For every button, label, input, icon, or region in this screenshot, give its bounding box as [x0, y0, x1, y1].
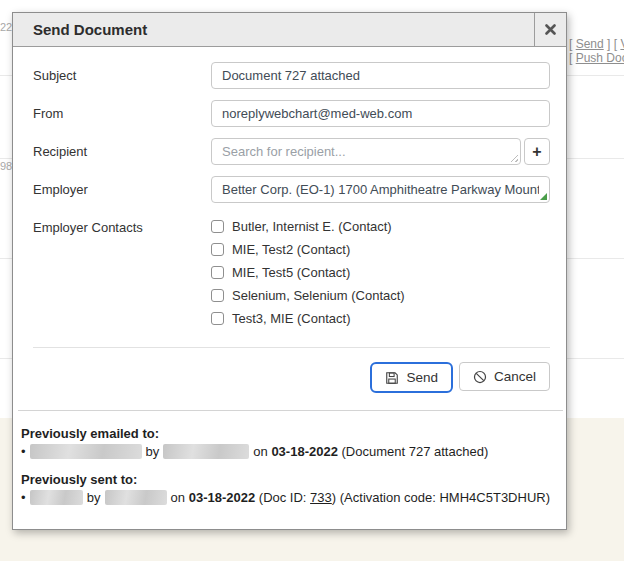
history-section: Previously emailed to: • by on 03-18-202…	[21, 426, 550, 505]
bg-links-line2: [ Push Doc	[569, 51, 624, 65]
doc-id-suffix: )	[332, 490, 336, 505]
contact-checkbox[interactable]	[211, 266, 224, 279]
send-button-label: Send	[406, 370, 438, 385]
recipient-search-input[interactable]	[211, 138, 521, 165]
doc-id-link[interactable]: 733	[310, 490, 332, 505]
actions-divider	[33, 347, 550, 348]
ban-icon	[473, 370, 487, 384]
dialog-body: Subject From Recipient + Employer	[13, 47, 566, 505]
bracket: [	[569, 37, 576, 51]
bg-number-fragment: 22	[0, 21, 12, 33]
recipient-row: Recipient +	[33, 138, 550, 165]
by-text: by	[146, 444, 160, 459]
contact-checkbox[interactable]	[211, 220, 224, 233]
employer-label: Employer	[33, 176, 211, 203]
contact-row[interactable]: MIE, Test2 (Contact)	[211, 242, 405, 257]
recipient-field-wrap: +	[211, 138, 550, 165]
redacted-sender-name	[163, 444, 249, 459]
contact-row[interactable]: Selenium, Selenium (Contact)	[211, 288, 405, 303]
save-icon	[385, 371, 399, 385]
contact-name: MIE, Test5 (Contact)	[232, 265, 350, 280]
bg-view-link[interactable]: V	[620, 37, 624, 51]
previously-emailed-item: • by on 03-18-2022 (Document 727 attache…	[21, 444, 550, 459]
send-document-dialog: Send Document Subject From Recipient	[12, 12, 567, 530]
employer-field-wrap	[211, 176, 550, 203]
history-divider	[18, 410, 563, 411]
previously-sent-item: • by on 03-18-2022 (Doc ID: 733) (Activa…	[21, 490, 550, 505]
add-recipient-button[interactable]: +	[524, 138, 550, 165]
dialog-title: Send Document	[13, 13, 534, 46]
employer-contacts-label: Employer Contacts	[33, 214, 211, 326]
employer-contacts-row: Employer Contacts Butler, Internist E. (…	[33, 214, 550, 326]
activation-code: (Activation code: HMH4C5T3DHUR)	[340, 490, 550, 505]
cancel-button-label: Cancel	[494, 369, 536, 384]
contact-checkbox[interactable]	[211, 289, 224, 302]
redacted-recipient-name	[30, 444, 142, 459]
from-row: From	[33, 100, 550, 127]
previously-sent-heading: Previously sent to:	[21, 472, 550, 487]
bracket: [	[569, 51, 576, 65]
previously-emailed-heading: Previously emailed to:	[21, 426, 550, 441]
contact-name: Selenium, Selenium (Contact)	[232, 288, 405, 303]
emailed-date: 03-18-2022	[271, 444, 338, 459]
contact-name: Butler, Internist E. (Contact)	[232, 219, 392, 234]
employer-contacts-list: Butler, Internist E. (Contact) MIE, Test…	[211, 214, 405, 326]
bracket: ] [	[604, 37, 621, 51]
close-icon	[545, 24, 556, 35]
sent-date: 03-18-2022	[189, 490, 256, 505]
bg-action-links: [ Send ] [ V [ Push Doc	[569, 37, 624, 65]
cancel-button[interactable]: Cancel	[459, 362, 550, 391]
redacted-sender-name	[105, 490, 167, 505]
redacted-recipient-name	[30, 490, 83, 505]
emailed-details: on 03-18-2022 (Document 727 attached)	[253, 444, 488, 459]
dialog-actions: Send Cancel	[33, 362, 550, 393]
sent-details: on 03-18-2022 (Doc ID: 733) (Activation …	[171, 490, 550, 505]
subject-row: Subject	[33, 62, 550, 89]
dialog-header: Send Document	[13, 13, 566, 47]
contact-row[interactable]: MIE, Test5 (Contact)	[211, 265, 405, 280]
by-text: by	[87, 490, 101, 505]
contact-name: Test3, MIE (Contact)	[232, 311, 350, 326]
recipient-label: Recipient	[33, 138, 211, 165]
employer-input[interactable]	[211, 176, 550, 203]
bullet: •	[21, 490, 26, 505]
on-text: on	[253, 444, 267, 459]
send-button[interactable]: Send	[370, 362, 453, 393]
contact-checkbox[interactable]	[211, 312, 224, 325]
contact-checkbox[interactable]	[211, 243, 224, 256]
bg-send-link[interactable]: Send	[576, 37, 604, 51]
on-text: on	[171, 490, 185, 505]
emailed-doc-title: (Document 727 attached)	[342, 444, 489, 459]
doc-id-prefix: (Doc ID:	[259, 490, 307, 505]
from-field-wrap	[211, 100, 550, 127]
close-button[interactable]	[534, 13, 566, 46]
from-label: From	[33, 100, 211, 127]
from-input[interactable]	[211, 100, 550, 127]
bg-push-doc-link[interactable]: Push Doc	[576, 51, 624, 65]
bullet: •	[21, 444, 26, 459]
subject-label: Subject	[33, 62, 211, 89]
subject-field-wrap	[211, 62, 550, 89]
bg-links-line1: [ Send ] [ V	[569, 37, 624, 51]
contact-row[interactable]: Test3, MIE (Contact)	[211, 311, 405, 326]
employer-row: Employer	[33, 176, 550, 203]
contact-row[interactable]: Butler, Internist E. (Contact)	[211, 219, 405, 234]
contact-name: MIE, Test2 (Contact)	[232, 242, 350, 257]
subject-input[interactable]	[211, 62, 550, 89]
